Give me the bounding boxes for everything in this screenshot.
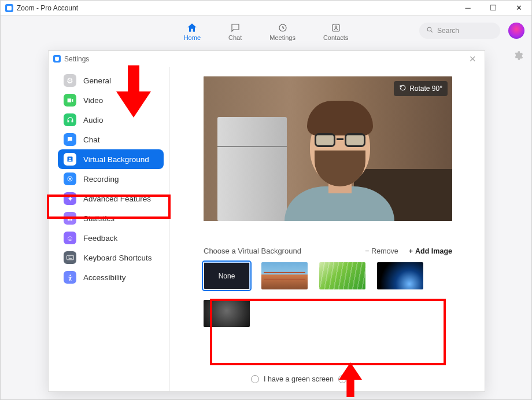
svg-point-9 <box>69 274 71 276</box>
titlebar: Zoom - Pro Account ─ ☐ ✕ <box>1 1 531 16</box>
settings-close-button[interactable]: ✕ <box>466 53 480 65</box>
keyboard-icon <box>64 251 76 264</box>
background-option-grass[interactable] <box>319 262 365 289</box>
video-camera-icon <box>64 94 76 107</box>
help-icon[interactable]: ? <box>338 375 346 383</box>
home-icon <box>186 22 198 34</box>
video-preview: Rotate 90° <box>204 76 452 221</box>
zoom-app-icon <box>5 4 13 12</box>
search-icon <box>426 26 434 35</box>
svg-point-2 <box>335 25 337 28</box>
rotate-label: Rotate 90° <box>409 85 442 93</box>
nav-tab-meetings[interactable]: Meetings <box>269 22 295 41</box>
settings-sidebar: ⚙ General Video Audio <box>49 67 170 391</box>
accessibility-icon <box>64 271 76 284</box>
sidebar-item-label: Recording <box>83 175 119 184</box>
sidebar-item-label: Keyboard Shortcuts <box>83 254 152 262</box>
smiley-icon: ☺ <box>64 232 76 244</box>
minus-icon: − <box>365 247 369 255</box>
remove-background-button[interactable]: − Remove <box>365 247 398 255</box>
sidebar-item-keyboard-shortcuts[interactable]: Keyboard Shortcuts <box>58 248 164 267</box>
green-screen-label: I have a green screen <box>264 375 334 383</box>
chat-bubble-icon <box>64 133 76 146</box>
close-button[interactable]: ✕ <box>506 1 531 16</box>
sidebar-item-label: Audio <box>83 116 104 124</box>
none-label: None <box>219 272 235 280</box>
svg-point-5 <box>69 158 71 160</box>
person-box-icon <box>330 22 342 34</box>
sidebar-item-audio[interactable]: Audio <box>58 110 164 130</box>
zoom-app-icon <box>53 55 61 63</box>
green-screen-row: I have a green screen ? <box>251 375 346 383</box>
clock-icon <box>277 22 289 34</box>
chat-bubble-icon <box>230 22 241 34</box>
sidebar-item-statistics[interactable]: Statistics <box>58 208 164 228</box>
app-window: Zoom - Pro Account ─ ☐ ✕ Home Chat <box>0 0 532 400</box>
record-disc-icon <box>64 173 76 185</box>
settings-window: Settings ✕ ⚙ General Video <box>48 50 485 392</box>
sidebar-item-label: Chat <box>83 135 100 144</box>
headphones-icon <box>64 113 76 126</box>
sidebar-item-video[interactable]: Video <box>58 90 164 110</box>
svg-point-7 <box>69 178 71 180</box>
webcam-feed <box>204 76 452 221</box>
maximize-button[interactable]: ☐ <box>481 1 506 16</box>
settings-gear-button[interactable] <box>513 50 523 63</box>
nav-tab-label: Contacts <box>323 34 348 41</box>
bar-chart-icon <box>64 212 76 225</box>
nav-tab-label: Meetings <box>269 34 295 41</box>
nav-tab-home[interactable]: Home <box>184 22 201 41</box>
nav-tab-chat[interactable]: Chat <box>228 22 242 41</box>
sidebar-item-label: Feedback <box>83 234 117 243</box>
rotate-icon <box>399 84 407 93</box>
sidebar-item-label: General <box>83 76 111 85</box>
sidebar-item-label: Statistics <box>83 214 114 223</box>
settings-titlebar: Settings ✕ <box>49 51 485 67</box>
background-thumbnails: None <box>204 262 435 327</box>
remove-label: Remove <box>371 247 398 255</box>
search-input[interactable]: Search <box>419 23 500 39</box>
background-option-space[interactable] <box>377 262 423 289</box>
sidebar-item-recording[interactable]: Recording <box>58 169 164 189</box>
add-image-label: Add Image <box>415 247 452 255</box>
window-title: Zoom - Pro Account <box>17 4 78 12</box>
portrait-box-icon <box>64 153 76 166</box>
nav-tab-label: Chat <box>228 34 242 41</box>
sidebar-item-label: Advanced Features <box>83 195 151 203</box>
sidebar-item-label: Video <box>83 96 103 105</box>
nav-tab-label: Home <box>184 34 201 41</box>
svg-point-3 <box>427 27 431 31</box>
sidebar-item-accessibility[interactable]: Accessibility <box>58 267 164 287</box>
add-image-button[interactable]: + Add Image <box>409 247 452 255</box>
virtual-background-panel: Rotate 90° Choose a Virtual Background −… <box>170 67 485 391</box>
sidebar-item-virtual-background[interactable]: Virtual Background <box>58 149 164 169</box>
main-toolbar: Home Chat Meetings Contacts <box>1 16 531 47</box>
settings-title: Settings <box>64 55 89 63</box>
nav-tab-contacts[interactable]: Contacts <box>323 22 348 41</box>
sparkle-icon: ✦ <box>64 192 76 205</box>
sidebar-item-feedback[interactable]: ☺ Feedback <box>58 228 164 248</box>
sidebar-item-chat[interactable]: Chat <box>58 130 164 149</box>
avatar[interactable] <box>508 23 524 39</box>
svg-rect-8 <box>66 255 73 260</box>
plus-icon: + <box>409 247 413 255</box>
sidebar-item-advanced-features[interactable]: ✦ Advanced Features <box>58 189 164 208</box>
choose-background-label: Choose a Virtual Background <box>204 247 301 255</box>
sidebar-item-general[interactable]: ⚙ General <box>58 71 164 90</box>
background-option-none[interactable]: None <box>204 262 250 289</box>
search-placeholder: Search <box>437 27 459 35</box>
background-option-bridge[interactable] <box>261 262 308 289</box>
sidebar-item-label: Virtual Background <box>83 155 149 164</box>
green-screen-checkbox[interactable] <box>251 375 259 383</box>
sidebar-item-label: Accessibility <box>83 273 126 282</box>
rotate-90-button[interactable]: Rotate 90° <box>394 81 448 96</box>
gear-icon: ⚙ <box>64 74 76 87</box>
background-option-blur[interactable] <box>204 300 250 327</box>
minimize-button[interactable]: ─ <box>455 1 481 16</box>
